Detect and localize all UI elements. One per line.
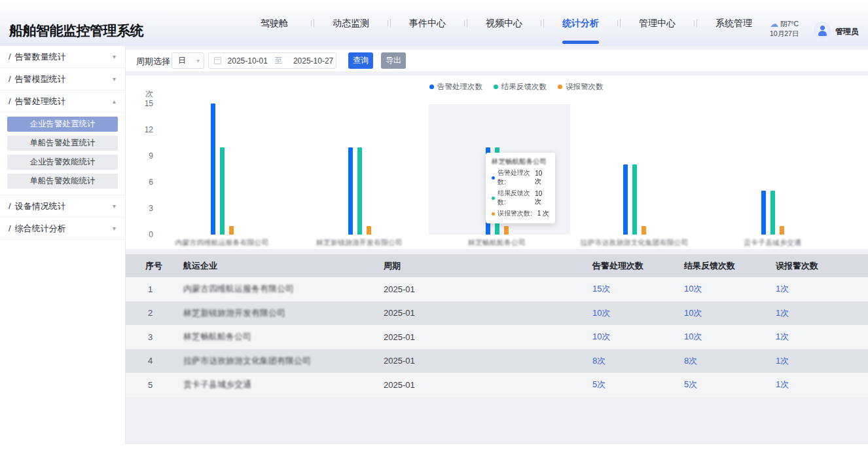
table-row[interactable]: 3林芝畅航船务公司2025-0110次10次1次 (126, 325, 868, 349)
count-link[interactable]: 1次 (776, 379, 789, 389)
count-link[interactable]: 10次 (592, 332, 610, 341)
nav-separator (305, 0, 320, 46)
count-link[interactable]: 8次 (684, 356, 697, 366)
count-link[interactable]: 5次 (684, 379, 697, 389)
group-label: 告警模型统计 (15, 73, 113, 85)
bar[interactable] (780, 226, 784, 235)
period-select-value: 日 (178, 56, 186, 65)
nav-tab-6[interactable]: 系统管理 (703, 0, 765, 46)
y-tick: 0 (131, 230, 153, 240)
date-range-input[interactable]: 2025-10-01 至 2025-10-27 (208, 52, 336, 69)
bar[interactable] (220, 147, 225, 235)
table-row[interactable]: 4拉萨市达孜旅游文化集团有限公司2025-018次8次1次 (126, 349, 868, 373)
cell-company: 内蒙古四维航运服务有限公司 (183, 283, 384, 295)
cell-index: 4 (126, 356, 183, 366)
sidebar-subitem-0[interactable]: 企业告警处置统计 (7, 117, 118, 132)
chevron-down-icon: ▾ (113, 53, 116, 60)
x-axis-label: 林芝畅航船务公司 (438, 238, 556, 248)
sidebar-menu: /告警数量统计▾/告警模型统计▾/告警处理统计▴企业告警处置统计单船告警处置统计… (0, 46, 126, 444)
user-name[interactable]: 管理员 (835, 26, 859, 37)
main-nav: 驾驶舱动态监测事件中心视频中心统计分析管理中心系统管理 (244, 0, 765, 46)
user-avatar[interactable] (814, 22, 831, 39)
nav-tab-4[interactable]: 统计分析 (550, 0, 611, 46)
export-button[interactable]: 导出 (381, 52, 406, 69)
chevron-down-icon: ▾ (196, 53, 200, 68)
nav-tab-2[interactable]: 事件中心 (397, 0, 458, 46)
cloud-icon: ☁ (770, 19, 778, 29)
cell-index: 2 (126, 308, 183, 318)
cell-period: 2025-01 (384, 356, 592, 366)
cell-false-alarm: 1次 (776, 283, 868, 295)
bar[interactable] (504, 226, 509, 235)
tooltip-label: 告警处理次数: (497, 168, 535, 187)
y-tick: 6 (131, 178, 153, 187)
sidebar-subitem-2[interactable]: 企业告警效能统计 (7, 155, 118, 170)
table-row[interactable]: 2林芝新锐旅游开发有限公司2025-0110次10次1次 (126, 301, 868, 326)
count-link[interactable]: 1次 (776, 284, 789, 294)
bar[interactable] (642, 226, 646, 235)
sidebar-subitem-1[interactable]: 单船告警处置统计 (7, 136, 118, 151)
period-select[interactable]: 日 ▾ (172, 52, 204, 69)
separator-bar (694, 20, 695, 26)
period-label: 周期选择 (136, 56, 170, 67)
bar[interactable] (367, 226, 371, 235)
count-link[interactable]: 10次 (684, 332, 702, 341)
count-link[interactable]: 5次 (592, 379, 606, 389)
col-header-0: 序号 (126, 260, 183, 272)
top-header: 船舶智能监控管理系统 驾驶舱动态监测事件中心视频中心统计分析管理中心系统管理 ☁… (0, 0, 868, 46)
bar[interactable] (229, 226, 234, 235)
calendar-icon (214, 57, 221, 64)
cell-feedback: 10次 (684, 331, 776, 343)
count-link[interactable]: 8次 (592, 356, 606, 366)
chevron-down-icon: ▾ (113, 202, 116, 210)
table-header: 序号航运企业周期告警处理次数结果反馈次数误报警次数 (126, 254, 868, 277)
bar[interactable] (211, 104, 215, 235)
sidebar-group-2[interactable]: /告警处理统计▴ (0, 90, 125, 113)
date-start-value[interactable]: 2025-10-01 (225, 56, 270, 66)
cell-feedback: 5次 (684, 379, 776, 391)
nav-tab-1[interactable]: 动态监测 (320, 0, 382, 46)
bar[interactable] (761, 191, 766, 235)
nav-separator (382, 0, 397, 46)
sidebar-group-3[interactable]: /设备情况统计▾ (0, 195, 125, 218)
user-icon-body (818, 31, 827, 36)
sidebar-group-4[interactable]: /综合统计分析▾ (0, 218, 125, 240)
sidebar-group-0[interactable]: /告警数量统计▾ (0, 46, 125, 68)
count-link[interactable]: 1次 (776, 308, 789, 318)
group-label: 告警处理统计 (15, 96, 113, 107)
count-link[interactable]: 10次 (684, 284, 702, 294)
bar[interactable] (348, 147, 353, 235)
query-button[interactable]: 查询 (348, 52, 373, 69)
separator-bar (696, 19, 697, 28)
separator-bar (314, 19, 314, 28)
table-row[interactable]: 1内蒙古四维航运服务有限公司2025-0115次10次1次 (126, 277, 868, 301)
cell-handled: 10次 (592, 307, 684, 319)
count-link[interactable]: 10次 (592, 308, 610, 318)
bar[interactable] (770, 191, 775, 235)
cell-feedback: 8次 (684, 355, 776, 367)
sidebar-subitem-3[interactable]: 单船告警效能统计 (7, 174, 118, 189)
nav-tab-5[interactable]: 管理中心 (626, 0, 688, 46)
filter-bar: 周期选择 日 ▾ 2025-10-01 至 2025-10-27 查询 导出 (126, 50, 868, 71)
count-link[interactable]: 1次 (776, 332, 789, 341)
date-end-value[interactable]: 2025-10-27 (291, 56, 336, 66)
bar[interactable] (623, 164, 628, 235)
count-link[interactable]: 10次 (684, 308, 702, 318)
table-row[interactable]: 5贡卡子县城乡交通2025-015次5次1次 (126, 373, 868, 397)
group-prefix: / (9, 201, 11, 211)
cell-period: 2025-01 (384, 284, 592, 294)
count-link[interactable]: 1次 (776, 356, 789, 366)
tooltip-dot (492, 197, 495, 200)
bar[interactable] (357, 147, 362, 235)
nav-tab-0[interactable]: 驾驶舱 (244, 0, 305, 46)
cell-period: 2025-01 (384, 308, 592, 318)
y-tick: 9 (131, 151, 153, 161)
nav-separator (458, 0, 473, 46)
sidebar-group-1[interactable]: /告警模型统计▾ (0, 68, 125, 90)
tooltip-value: 10 次 (535, 170, 549, 186)
cell-index: 1 (126, 284, 183, 294)
group-label: 综合统计分析 (15, 223, 113, 235)
bar[interactable] (632, 164, 637, 235)
count-link[interactable]: 15次 (592, 284, 610, 294)
nav-tab-3[interactable]: 视频中心 (473, 0, 535, 46)
